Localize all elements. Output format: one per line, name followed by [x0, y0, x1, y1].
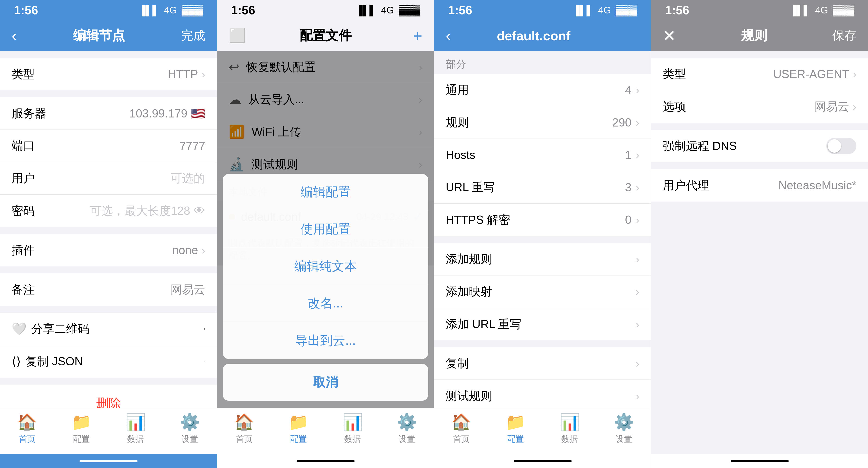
rule-option-row[interactable]: 选项 网易云 › — [651, 90, 868, 123]
add-url-rewrite-row[interactable]: 添加 URL 重写 › — [434, 308, 651, 340]
signal-icon-3: ▐▌▌ — [573, 5, 593, 16]
tab-home-1[interactable]: 🏠 首页 — [11, 413, 43, 445]
rules-row[interactable]: 规则 290 › — [434, 106, 651, 139]
tab-settings-1[interactable]: ⚙️ 设置 — [174, 413, 206, 445]
hosts-count: 1 — [625, 148, 631, 162]
password-row[interactable]: 密码 可选，最大长度128 👁 — [0, 195, 217, 227]
add-mapping-row[interactable]: 添加映射 › — [434, 275, 651, 308]
data-icon-1: 📊 — [125, 413, 146, 432]
tab-data-1[interactable]: 📊 数据 — [119, 413, 152, 445]
scan-button[interactable]: ⬜ — [229, 27, 252, 44]
hosts-row[interactable]: Hosts 1 › — [434, 139, 651, 171]
force-dns-toggle[interactable] — [826, 138, 857, 154]
url-rewrite-right: 3 › — [625, 181, 639, 194]
user-row[interactable]: 用户 可选的 — [0, 162, 217, 195]
type-list: 类型 HTTP › — [0, 58, 217, 90]
home-bar-1 — [80, 460, 137, 462]
config-icon-1: 📁 — [71, 413, 91, 432]
flag-icon: 🇺🇸 — [191, 107, 205, 120]
rename-btn[interactable]: 改名... — [223, 285, 428, 322]
home-indicator-1 — [0, 454, 217, 468]
type-row[interactable]: 类型 HTTP › — [0, 58, 217, 90]
tab-settings-2[interactable]: ⚙️ 设置 — [391, 413, 423, 445]
section-label-3: 部分 — [434, 51, 651, 74]
data-label-3: 数据 — [561, 433, 578, 445]
time-2: 1:56 — [231, 3, 255, 17]
note-label: 备注 — [11, 282, 35, 298]
url-rewrite-count: 3 — [625, 181, 631, 194]
share-qr-row[interactable]: 🤍 分享二维码 › — [0, 313, 217, 345]
plugin-row[interactable]: 插件 none › — [0, 234, 217, 266]
port-row[interactable]: 端口 7777 — [0, 130, 217, 162]
note-row[interactable]: 备注 网易云 — [0, 273, 217, 306]
cancel-btn[interactable]: 取消 — [223, 364, 428, 401]
use-config-btn[interactable]: 使用配置 — [223, 211, 428, 248]
home-label-2: 首页 — [236, 433, 252, 445]
rule-type-value: USER-AGENT — [773, 67, 849, 81]
tab-data-2[interactable]: 📊 数据 — [336, 413, 369, 445]
panel-rules: 1:56 ▐▌▌ 4G ▓▓▓ ✕ 规则 保存 类型 USER-AGENT › — [651, 0, 868, 468]
edit-config-btn[interactable]: 编辑配置 — [223, 174, 428, 211]
https-decrypt-chevron: › — [636, 213, 639, 226]
add-mapping-label: 添加映射 — [446, 284, 492, 299]
back-button-1[interactable]: ‹ — [11, 26, 17, 45]
url-rewrite-row[interactable]: URL 重写 3 › — [434, 171, 651, 204]
add-rule-row[interactable]: 添加规则 › — [434, 243, 651, 275]
rule-type-row[interactable]: 类型 USER-AGENT › — [651, 58, 868, 90]
force-dns-row[interactable]: 强制远程 DNS — [651, 130, 868, 162]
panel-config-files: 1:56 ▐▌▌ 4G ▓▓▓ ⬜ 配置文件 + ↩ 恢复默认配置 › ☁ 从云… — [217, 0, 434, 468]
test-rules-row[interactable]: 测试规则 › — [434, 380, 651, 408]
copy-label: 复制 — [446, 356, 469, 371]
eye-icon[interactable]: 👁 — [194, 204, 205, 218]
signal-icon-2: ▐▌▌ — [356, 5, 376, 16]
https-decrypt-count: 0 — [625, 213, 631, 227]
export-cloud-btn[interactable]: 导出到云... — [223, 322, 428, 359]
signal-icon-1: ▐▌▌ — [139, 5, 159, 16]
tab-config-3[interactable]: 📁 配置 — [499, 413, 532, 445]
force-dns-label: 强制远程 DNS — [663, 138, 737, 154]
settings-label-3: 设置 — [616, 433, 632, 445]
general-row[interactable]: 通用 4 › — [434, 74, 651, 106]
ua-row[interactable]: 用户代理 NeteaseMusic* — [651, 169, 868, 202]
note-value: 网易云 — [170, 282, 205, 298]
add-mapping-chevron: › — [636, 285, 639, 298]
password-placeholder: 可选，最大长度128 — [90, 203, 190, 219]
panel-edit-node: 1:56 ▐▌▌ 4G ▓▓▓ ‹ 编辑节点 完成 类型 HTTP › — [0, 0, 217, 468]
tab-config-2[interactable]: 📁 配置 — [282, 413, 315, 445]
settings-icon-3: ⚙️ — [614, 413, 634, 432]
rule-type-label: 类型 — [663, 66, 686, 82]
user-placeholder: 可选的 — [170, 170, 205, 186]
server-row[interactable]: 服务器 103.99.179 🇺🇸 — [0, 97, 217, 130]
nav-bar-1: ‹ 编辑节点 完成 — [0, 21, 217, 51]
close-button-4[interactable]: ✕ — [663, 27, 676, 45]
edit-plain-text-btn[interactable]: 编辑纯文本 — [223, 248, 428, 285]
https-decrypt-row[interactable]: HTTPS 解密 0 › — [434, 204, 651, 236]
plugin-group: 插件 none › — [0, 234, 217, 266]
server-group: 服务器 103.99.179 🇺🇸 端口 7777 用户 可选的 密码 可选，最… — [0, 97, 217, 227]
delete-button[interactable]: 删除 — [0, 385, 217, 408]
back-button-3[interactable]: ‹ — [446, 26, 451, 45]
home-indicator-4 — [651, 454, 868, 468]
plugin-chevron: › — [202, 244, 205, 257]
hosts-chevron: › — [636, 148, 639, 161]
status-right-3: ▐▌▌ 4G ▓▓▓ — [573, 5, 637, 16]
save-button-4[interactable]: 保存 — [832, 28, 857, 44]
status-right-2: ▐▌▌ 4G ▓▓▓ — [356, 5, 420, 16]
tab-home-3[interactable]: 🏠 首页 — [445, 413, 477, 445]
https-decrypt-label: HTTPS 解密 — [446, 212, 510, 228]
copy-json-row[interactable]: ⟨⟩ 复制 JSON › — [0, 345, 217, 378]
tab-settings-3[interactable]: ⚙️ 设置 — [608, 413, 640, 445]
done-button-1[interactable]: 完成 — [181, 28, 205, 44]
battery-icon-4: ▓▓▓ — [833, 5, 854, 16]
signal-icon-4: ▐▌▌ — [790, 5, 810, 16]
tab-bar-3: 🏠 首页 📁 配置 📊 数据 ⚙️ 设置 — [434, 408, 651, 454]
home-label-3: 首页 — [453, 433, 470, 445]
tab-home-2[interactable]: 🏠 首页 — [228, 413, 260, 445]
status-right-1: ▐▌▌ 4G ▓▓▓ — [139, 5, 203, 16]
copy-row[interactable]: 复制 › — [434, 347, 651, 380]
add-config-button[interactable]: + — [399, 27, 422, 45]
tab-data-3[interactable]: 📊 数据 — [553, 413, 586, 445]
type-value-group: HTTP › — [168, 67, 205, 81]
copy-chevron: › — [636, 357, 639, 370]
tab-config-1[interactable]: 📁 配置 — [65, 413, 98, 445]
